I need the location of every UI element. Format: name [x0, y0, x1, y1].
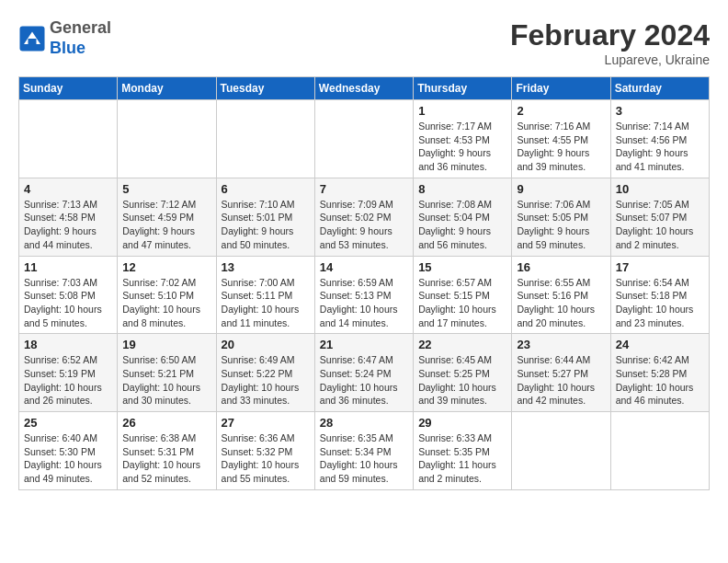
day-info: Sunrise: 6:50 AM Sunset: 5:21 PM Dayligh… [122, 353, 210, 408]
day-number: 9 [517, 182, 605, 196]
day-number: 6 [222, 182, 310, 196]
day-info: Sunrise: 6:57 AM Sunset: 5:15 PM Dayligh… [418, 276, 506, 330]
day-info: Sunrise: 7:13 AM Sunset: 4:58 PM Dayligh… [24, 198, 112, 252]
day-info: Sunrise: 7:10 AM Sunset: 5:01 PM Dayligh… [222, 198, 310, 252]
day-info: Sunrise: 7:00 AM Sunset: 5:11 PM Dayligh… [222, 276, 310, 330]
day-number: 18 [24, 338, 112, 351]
day-cell: 10Sunrise: 7:05 AM Sunset: 5:07 PM Dayli… [610, 178, 709, 256]
day-cell: 15Sunrise: 6:57 AM Sunset: 5:15 PM Dayli… [414, 256, 512, 334]
day-cell [512, 412, 610, 490]
weekday-tuesday: Tuesday [216, 77, 314, 100]
day-cell: 18Sunrise: 6:52 AM Sunset: 5:19 PM Dayli… [19, 334, 118, 412]
day-info: Sunrise: 6:47 AM Sunset: 5:24 PM Dayligh… [320, 353, 408, 408]
day-number: 28 [320, 416, 408, 430]
day-cell: 8Sunrise: 7:08 AM Sunset: 5:04 PM Daylig… [414, 178, 512, 256]
day-number: 26 [122, 416, 210, 430]
day-info: Sunrise: 6:49 AM Sunset: 5:22 PM Dayligh… [222, 353, 310, 408]
day-number: 20 [222, 338, 310, 351]
location: Lupareve, Ukraine [510, 52, 710, 67]
day-number: 4 [24, 182, 112, 196]
day-cell: 21Sunrise: 6:47 AM Sunset: 5:24 PM Dayli… [314, 334, 413, 412]
day-info: Sunrise: 6:54 AM Sunset: 5:18 PM Dayligh… [616, 276, 704, 330]
day-number: 27 [222, 416, 310, 430]
day-cell: 19Sunrise: 6:50 AM Sunset: 5:21 PM Dayli… [118, 334, 216, 412]
day-info: Sunrise: 6:40 AM Sunset: 5:30 PM Dayligh… [24, 431, 112, 486]
day-cell: 6Sunrise: 7:10 AM Sunset: 5:01 PM Daylig… [216, 178, 314, 256]
day-cell: 28Sunrise: 6:35 AM Sunset: 5:34 PM Dayli… [314, 412, 413, 490]
day-info: Sunrise: 7:06 AM Sunset: 5:05 PM Dayligh… [517, 198, 605, 252]
day-cell: 26Sunrise: 6:38 AM Sunset: 5:31 PM Dayli… [118, 412, 216, 490]
logo-line1: General [50, 18, 111, 39]
day-cell: 14Sunrise: 6:59 AM Sunset: 5:13 PM Dayli… [314, 256, 413, 334]
day-info: Sunrise: 7:09 AM Sunset: 5:02 PM Dayligh… [320, 198, 408, 252]
header: General Blue February 2024 Lupareve, Ukr… [18, 18, 710, 67]
day-cell: 4Sunrise: 7:13 AM Sunset: 4:58 PM Daylig… [19, 178, 118, 256]
day-cell: 12Sunrise: 7:02 AM Sunset: 5:10 PM Dayli… [118, 256, 216, 334]
day-cell: 11Sunrise: 7:03 AM Sunset: 5:08 PM Dayli… [19, 256, 118, 334]
day-cell [216, 100, 314, 178]
day-cell [610, 412, 709, 490]
day-number: 19 [122, 338, 210, 351]
weekday-thursday: Thursday [414, 77, 512, 100]
day-number: 22 [418, 338, 506, 351]
week-row-1: 4Sunrise: 7:13 AM Sunset: 4:58 PM Daylig… [19, 178, 710, 256]
day-info: Sunrise: 6:59 AM Sunset: 5:13 PM Dayligh… [320, 276, 408, 330]
day-number: 15 [418, 260, 506, 274]
day-info: Sunrise: 7:08 AM Sunset: 5:04 PM Dayligh… [418, 198, 506, 252]
day-number: 13 [222, 260, 310, 274]
calendar-table: SundayMondayTuesdayWednesdayThursdayFrid… [18, 76, 710, 490]
day-info: Sunrise: 6:36 AM Sunset: 5:32 PM Dayligh… [222, 431, 310, 486]
day-cell: 25Sunrise: 6:40 AM Sunset: 5:30 PM Dayli… [19, 412, 118, 490]
weekday-monday: Monday [118, 77, 216, 100]
day-number: 11 [24, 260, 112, 274]
week-row-3: 18Sunrise: 6:52 AM Sunset: 5:19 PM Dayli… [19, 334, 710, 412]
week-row-2: 11Sunrise: 7:03 AM Sunset: 5:08 PM Dayli… [19, 256, 710, 334]
day-cell: 27Sunrise: 6:36 AM Sunset: 5:32 PM Dayli… [216, 412, 314, 490]
day-cell: 20Sunrise: 6:49 AM Sunset: 5:22 PM Dayli… [216, 334, 314, 412]
day-info: Sunrise: 7:02 AM Sunset: 5:10 PM Dayligh… [122, 276, 210, 330]
day-info: Sunrise: 6:35 AM Sunset: 5:34 PM Dayligh… [320, 431, 408, 486]
day-number: 8 [418, 182, 506, 196]
day-cell: 9Sunrise: 7:06 AM Sunset: 5:05 PM Daylig… [512, 178, 610, 256]
day-info: Sunrise: 7:17 AM Sunset: 4:53 PM Dayligh… [418, 120, 506, 174]
day-number: 12 [122, 260, 210, 274]
logo: General Blue [18, 18, 111, 58]
day-number: 7 [320, 182, 408, 196]
day-info: Sunrise: 7:05 AM Sunset: 5:07 PM Dayligh… [616, 198, 704, 252]
day-info: Sunrise: 6:45 AM Sunset: 5:25 PM Dayligh… [418, 353, 506, 408]
day-cell: 7Sunrise: 7:09 AM Sunset: 5:02 PM Daylig… [314, 178, 413, 256]
day-number: 5 [122, 182, 210, 196]
day-info: Sunrise: 7:14 AM Sunset: 4:56 PM Dayligh… [616, 120, 704, 174]
day-number: 23 [517, 338, 605, 351]
weekday-saturday: Saturday [610, 77, 709, 100]
day-info: Sunrise: 6:55 AM Sunset: 5:16 PM Dayligh… [517, 276, 605, 330]
page: General Blue February 2024 Lupareve, Ukr… [0, 0, 728, 500]
day-cell: 13Sunrise: 7:00 AM Sunset: 5:11 PM Dayli… [216, 256, 314, 334]
weekday-wednesday: Wednesday [314, 77, 413, 100]
day-info: Sunrise: 7:12 AM Sunset: 4:59 PM Dayligh… [122, 198, 210, 252]
day-cell [19, 100, 118, 178]
day-number: 25 [24, 416, 112, 430]
day-number: 14 [320, 260, 408, 274]
day-cell [118, 100, 216, 178]
month-title: February 2024 [510, 18, 710, 52]
day-cell: 17Sunrise: 6:54 AM Sunset: 5:18 PM Dayli… [610, 256, 709, 334]
day-info: Sunrise: 6:42 AM Sunset: 5:28 PM Dayligh… [616, 353, 704, 408]
day-number: 16 [517, 260, 605, 274]
day-number: 24 [616, 338, 704, 351]
day-cell: 3Sunrise: 7:14 AM Sunset: 4:56 PM Daylig… [610, 100, 709, 178]
day-cell: 5Sunrise: 7:12 AM Sunset: 4:59 PM Daylig… [118, 178, 216, 256]
day-info: Sunrise: 6:33 AM Sunset: 5:35 PM Dayligh… [418, 431, 506, 486]
day-number: 2 [517, 104, 605, 118]
week-row-0: 1Sunrise: 7:17 AM Sunset: 4:53 PM Daylig… [19, 100, 710, 178]
day-cell [314, 100, 413, 178]
day-cell: 24Sunrise: 6:42 AM Sunset: 5:28 PM Dayli… [610, 334, 709, 412]
day-cell: 29Sunrise: 6:33 AM Sunset: 5:35 PM Dayli… [414, 412, 512, 490]
svg-rect-2 [28, 39, 37, 44]
day-number: 17 [616, 260, 704, 274]
logo-line2: Blue [50, 39, 111, 59]
day-cell: 2Sunrise: 7:16 AM Sunset: 4:55 PM Daylig… [512, 100, 610, 178]
day-info: Sunrise: 6:44 AM Sunset: 5:27 PM Dayligh… [517, 353, 605, 408]
day-cell: 1Sunrise: 7:17 AM Sunset: 4:53 PM Daylig… [414, 100, 512, 178]
day-info: Sunrise: 7:03 AM Sunset: 5:08 PM Dayligh… [24, 276, 112, 330]
